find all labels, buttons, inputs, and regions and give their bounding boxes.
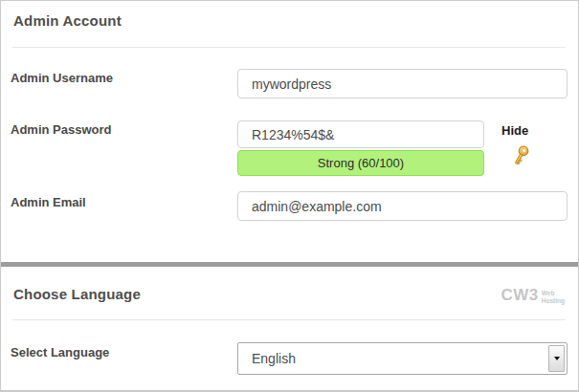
choose-language-section-title: Choose Language (13, 286, 141, 302)
select-language-label: Select Language (11, 345, 109, 359)
logo-tagline-line2: Hosting (542, 297, 565, 304)
installer-form: Admin Account Admin Username Admin Passw… (0, 0, 579, 392)
admin-password-label: Admin Password (11, 122, 111, 137)
password-strength-meter: Strong (60/100) (237, 150, 484, 176)
password-hide-toggle[interactable]: Hide (501, 123, 528, 138)
cw3-web-hosting-logo: CW3 Web Hosting (501, 287, 565, 305)
admin-username-label: Admin Username (11, 71, 113, 85)
logo-tagline: Web Hosting (542, 290, 565, 305)
language-select-value: English (252, 343, 296, 374)
generate-password-key-icon[interactable] (509, 144, 532, 168)
admin-username-input[interactable] (237, 69, 568, 98)
admin-password-input[interactable] (237, 120, 484, 148)
admin-account-section-title: Admin Account (13, 12, 122, 29)
section-divider (12, 47, 566, 48)
admin-email-label: Admin Email (11, 195, 86, 209)
admin-email-input[interactable] (237, 191, 568, 221)
section-separator (1, 262, 579, 267)
language-select[interactable]: English (237, 342, 568, 375)
dropdown-arrow-button[interactable] (548, 345, 565, 372)
logo-tagline-line1: Web (542, 290, 555, 296)
section-divider (12, 319, 566, 320)
logo-brand-text: CW3 (501, 287, 539, 303)
chevron-down-icon (554, 357, 560, 360)
